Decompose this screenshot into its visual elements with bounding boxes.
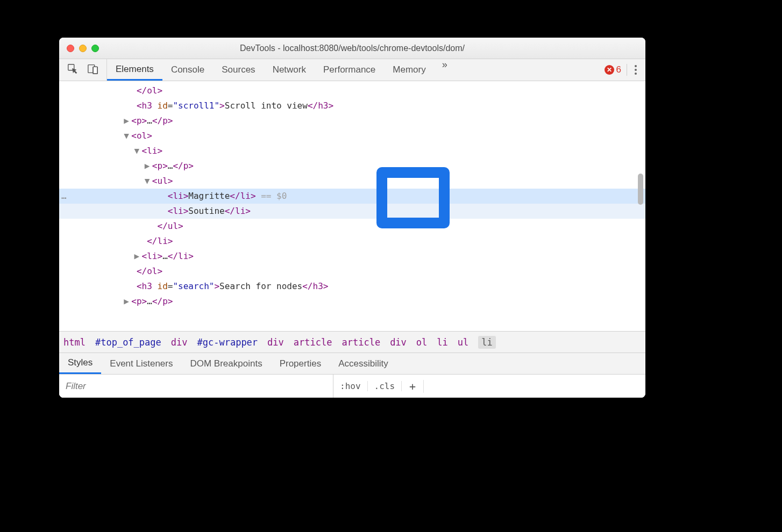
breadcrumb-item[interactable]: div (390, 337, 407, 348)
main-toolbar: Elements Console Sources Network Perform… (59, 59, 645, 81)
vertical-scrollbar[interactable] (638, 83, 643, 329)
sidebar-tabs: Styles Event Listeners DOM Breakpoints P… (59, 353, 645, 374)
breadcrumb-item[interactable]: article (294, 337, 332, 348)
tab-dom-breakpoints[interactable]: DOM Breakpoints (181, 353, 271, 374)
more-tabs-icon[interactable]: » (435, 59, 455, 81)
settings-menu-icon[interactable] (632, 63, 639, 77)
inspect-element-icon[interactable] (67, 63, 79, 77)
dom-tree-row[interactable]: <h3 id="search">Search for nodes</h3> (59, 279, 645, 294)
elements-panel: </ol> <h3 id="scroll1">Scroll into view<… (59, 81, 645, 331)
toggle-classes-button[interactable]: .cls (368, 381, 402, 391)
styles-filter-input[interactable] (59, 375, 333, 398)
dom-tree-row[interactable]: </ol> (59, 83, 645, 98)
dom-tree-row[interactable]: ▼ <li> (59, 143, 645, 159)
dom-tree-row[interactable]: <h3 id="scroll1">Scroll into view</h3> (59, 98, 645, 113)
window-traffic-lights (67, 45, 99, 52)
dom-tree[interactable]: </ol> <h3 id="scroll1">Scroll into view<… (59, 81, 645, 312)
error-icon: ✕ (605, 65, 614, 75)
new-style-rule-button[interactable]: + (402, 380, 424, 393)
tab-network[interactable]: Network (264, 59, 315, 81)
dom-tree-row[interactable]: </ol> (59, 264, 645, 279)
tab-sources[interactable]: Sources (213, 59, 264, 81)
scrollbar-thumb[interactable] (638, 174, 643, 205)
breadcrumb-item[interactable]: div (171, 337, 188, 348)
breadcrumb-item[interactable]: div (267, 337, 284, 348)
tab-styles[interactable]: Styles (59, 353, 101, 374)
error-count: 6 (616, 64, 621, 75)
tab-accessibility[interactable]: Accessibility (330, 353, 397, 374)
tab-console[interactable]: Console (162, 59, 213, 81)
device-toggle-icon[interactable] (87, 63, 99, 77)
tab-performance[interactable]: Performance (315, 59, 384, 81)
breadcrumb-item[interactable]: #top_of_page (95, 337, 161, 348)
dom-tree-row[interactable]: ▼ <ul> (59, 174, 645, 189)
window-minimize-button[interactable] (79, 45, 87, 52)
window-close-button[interactable] (67, 45, 74, 52)
dom-tree-row[interactable]: ▶ <p>…</p> (59, 159, 645, 174)
styles-filter-bar: :hov .cls + (59, 374, 645, 398)
breadcrumb-item[interactable]: #gc-wrapper (197, 337, 258, 348)
breadcrumb-item[interactable]: ul (458, 337, 468, 348)
error-count-badge[interactable]: ✕ 6 (605, 64, 621, 75)
breadcrumb-item[interactable]: li (478, 336, 495, 349)
dom-breadcrumb: html#top_of_pagediv#gc-wrapperdivarticle… (59, 331, 645, 353)
window-title: DevTools - localhost:8080/web/tools/chro… (59, 44, 645, 53)
dom-tree-row[interactable]: </ul> (59, 219, 645, 234)
breadcrumb-item[interactable]: ol (416, 337, 427, 348)
dom-tree-row[interactable]: ▶ <li>…</li> (59, 249, 645, 264)
tab-memory[interactable]: Memory (384, 59, 434, 81)
tab-properties[interactable]: Properties (271, 353, 330, 374)
window-titlebar: DevTools - localhost:8080/web/tools/chro… (59, 38, 645, 59)
tab-event-listeners[interactable]: Event Listeners (101, 353, 181, 374)
dom-tree-row[interactable]: ▼ <ol> (59, 128, 645, 143)
panel-tabs: Elements Console Sources Network Perform… (107, 59, 455, 81)
dom-tree-row[interactable]: ▶ <p>…</p> (59, 113, 645, 128)
svg-rect-2 (93, 67, 97, 74)
dom-tree-row[interactable]: </li> (59, 234, 645, 249)
cursor-highlight-overlay (376, 167, 450, 228)
toggle-hover-button[interactable]: :hov (333, 381, 368, 391)
window-maximize-button[interactable] (91, 45, 99, 52)
breadcrumb-item[interactable]: html (63, 337, 86, 348)
dom-tree-row[interactable]: … <li>Magritte</li> == $0 (59, 189, 645, 204)
devtools-window: DevTools - localhost:8080/web/tools/chro… (59, 38, 645, 398)
dom-tree-row[interactable]: <li>Soutine</li> (59, 204, 645, 219)
tab-elements[interactable]: Elements (107, 59, 162, 81)
breadcrumb-item[interactable]: li (437, 337, 447, 348)
dom-tree-row[interactable]: ▶ <p>…</p> (59, 294, 645, 309)
breadcrumb-item[interactable]: article (342, 337, 380, 348)
